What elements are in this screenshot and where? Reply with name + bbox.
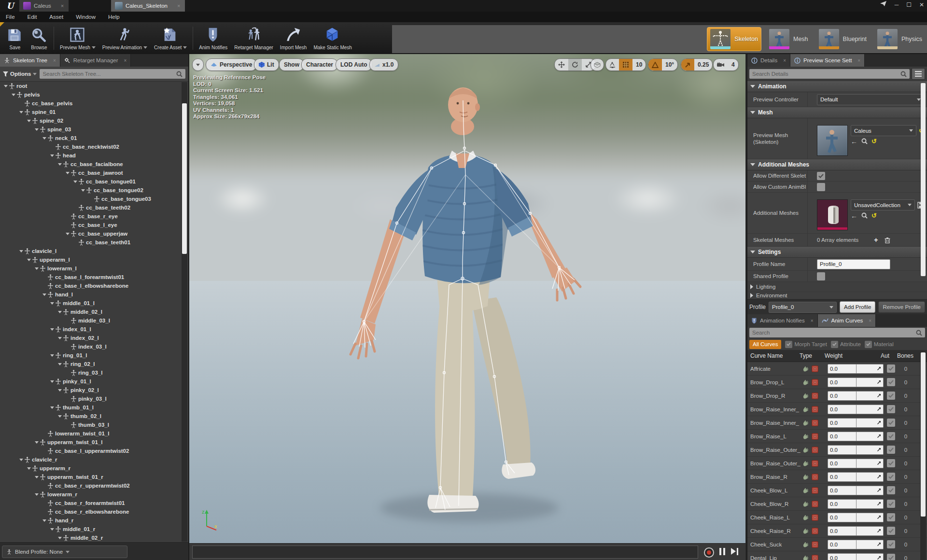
- all-curves-filter-button[interactable]: All Curves: [749, 340, 781, 349]
- bone-row-cc_base_facialbone[interactable]: cc_base_facialbone: [0, 160, 188, 168]
- perspective-dropdown[interactable]: Perspective: [206, 58, 257, 71]
- allow-different-skeletons-checkbox[interactable]: [817, 172, 825, 180]
- curve-row-brow_raise_inner_[interactable]: Brow_Raise_Inner_0.00: [747, 403, 927, 416]
- column-header-type[interactable]: Type: [800, 352, 825, 359]
- remove-profile-button[interactable]: Remove Profile: [878, 301, 925, 313]
- viewport-options-dropdown[interactable]: [192, 58, 204, 71]
- details-scrollbar[interactable]: [920, 81, 926, 318]
- lit-mode-dropdown[interactable]: Lit: [254, 58, 279, 71]
- blend-profile-button[interactable]: Blend Profile: None: [2, 546, 127, 558]
- curve-row-cheek_raise_r[interactable]: Cheek_Raise_R0.00: [747, 524, 927, 538]
- browse-to-asset-icon[interactable]: [861, 138, 868, 144]
- timeline-strip[interactable]: [192, 546, 698, 559]
- curve-weight-expand-box[interactable]: [857, 553, 884, 560]
- section-animation[interactable]: Animation: [747, 81, 927, 92]
- scale-snap-toggle[interactable]: [681, 59, 694, 70]
- bone-row-head[interactable]: head: [0, 151, 188, 160]
- section-mesh[interactable]: Mesh: [747, 107, 927, 118]
- expander-icon[interactable]: [42, 519, 46, 522]
- bone-row-cc_base_necktwist02[interactable]: cc_base_necktwist02: [0, 142, 188, 151]
- expander-icon[interactable]: [58, 337, 62, 339]
- bone-row-spine_02[interactable]: spine_02: [0, 116, 188, 125]
- curve-weight-input[interactable]: 0.0: [828, 405, 857, 414]
- column-header-aut[interactable]: Aut: [881, 352, 897, 359]
- curve-auto-checkbox[interactable]: [887, 419, 895, 427]
- bone-row-cc_base_tongue01[interactable]: cc_base_tongue01: [0, 177, 188, 186]
- expander-icon[interactable]: [42, 137, 46, 140]
- bone-row-cc_base_upperjaw[interactable]: cc_base_upperjaw: [0, 229, 188, 238]
- lighting-category-row[interactable]: Lighting: [747, 282, 927, 292]
- scale-snap-value[interactable]: 0.25: [694, 59, 712, 70]
- curve-weight-input[interactable]: 0.0: [828, 391, 857, 401]
- close-tab-icon[interactable]: ×: [61, 3, 64, 9]
- curve-weight-expand-box[interactable]: [857, 432, 884, 441]
- curve-weight-input[interactable]: 0.0: [828, 553, 857, 560]
- expander-icon[interactable]: [50, 328, 54, 331]
- bone-row-lowerarm_l[interactable]: lowerarm_l: [0, 264, 188, 273]
- bone-row-cc_base_l_upperarmtwist02[interactable]: cc_base_l_upperarmtwist02: [0, 447, 188, 455]
- close-tab-icon[interactable]: ×: [53, 58, 56, 63]
- curve-row-brow_raise_inner_[interactable]: Brow_Raise_Inner_0.00: [747, 416, 927, 430]
- curve-weight-expand-box[interactable]: [857, 445, 884, 455]
- bone-row-clavicle_l[interactable]: clavicle_l: [0, 247, 188, 255]
- bone-row-index_01_l[interactable]: index_01_l: [0, 325, 188, 334]
- expander-icon[interactable]: [50, 354, 54, 357]
- expander-icon[interactable]: [42, 294, 46, 296]
- curve-row-cheek_blow_l[interactable]: Cheek_Blow_L0.00: [747, 484, 927, 497]
- skeleton-tree-search-input[interactable]: Search Skeleton Tree...: [40, 69, 185, 79]
- curve-weight-input[interactable]: 0.0: [828, 364, 857, 374]
- curve-weight-expand-box[interactable]: [857, 364, 884, 374]
- curve-weight-expand-box[interactable]: [857, 405, 884, 414]
- bone-row-middle_03_l[interactable]: middle_03_l: [0, 316, 188, 325]
- bone-row-cc_base_l_eye[interactable]: cc_base_l_eye: [0, 221, 188, 229]
- close-tab-icon[interactable]: ×: [177, 3, 180, 9]
- mode-skeleton-button[interactable]: Skeleton: [707, 27, 761, 51]
- expander-icon[interactable]: [73, 181, 77, 183]
- expander-icon[interactable]: [19, 111, 23, 113]
- curve-auto-checkbox[interactable]: [887, 378, 895, 386]
- lod-auto-dropdown[interactable]: LOD Auto: [336, 58, 372, 71]
- bone-row-middle_01_r[interactable]: middle_01_r: [0, 525, 188, 533]
- mode-physics-button[interactable]: Physics: [874, 28, 925, 51]
- asset-tab-caleus_skeleton[interactable]: Caleus_Skeleton×: [111, 0, 185, 12]
- import-mesh-button[interactable]: Import Mesh: [277, 23, 310, 53]
- column-header-bones[interactable]: Bones: [897, 352, 920, 359]
- bone-row-upperarm_twist_01_l[interactable]: upperarm_twist_01_l: [0, 438, 188, 447]
- bone-row-ring_01_l[interactable]: ring_01_l: [0, 351, 188, 360]
- preview-mesh-button[interactable]: Preview Mesh: [56, 23, 99, 53]
- shared-profile-checkbox[interactable]: [817, 272, 825, 280]
- curve-auto-checkbox[interactable]: [887, 540, 895, 548]
- expander-icon[interactable]: [58, 311, 62, 313]
- bone-row-middle_02_r[interactable]: middle_02_r: [0, 533, 188, 541]
- curve-weight-input[interactable]: 0.0: [828, 513, 857, 522]
- expander-icon[interactable]: [66, 172, 70, 174]
- record-button[interactable]: [704, 547, 714, 558]
- bone-row-neck_01[interactable]: neck_01: [0, 134, 188, 142]
- bone-row-lowerarm_r[interactable]: lowerarm_r: [0, 490, 188, 499]
- move-tool-button[interactable]: [555, 59, 568, 70]
- curve-weight-expand-box[interactable]: [857, 486, 884, 495]
- curve-weight-expand-box[interactable]: [857, 513, 884, 522]
- camera-speed-value[interactable]: 4: [728, 59, 738, 70]
- create-asset-button[interactable]: Create Asset: [151, 23, 190, 53]
- curve-row-brow_raise_r[interactable]: Brow_Raise_R0.00: [747, 470, 927, 484]
- curves-search-input[interactable]: Search: [749, 328, 925, 337]
- rotation-snap-value[interactable]: 10°: [662, 59, 677, 70]
- morph-target-filter[interactable]: Morph Target: [785, 341, 827, 348]
- tab-details[interactable]: Details×: [747, 54, 790, 67]
- step-forward-button[interactable]: [731, 548, 736, 555]
- close-tab-icon[interactable]: ×: [811, 318, 814, 323]
- display-options-button[interactable]: [912, 68, 925, 80]
- bone-row-ring_02_l[interactable]: ring_02_l: [0, 360, 188, 368]
- bone-row-cc_base_r_forearmtwist01[interactable]: cc_base_r_forearmtwist01: [0, 499, 188, 507]
- curve-auto-checkbox[interactable]: [887, 473, 895, 481]
- bone-row-cc_base_teeth02[interactable]: cc_base_teeth02: [0, 203, 188, 212]
- add-profile-button[interactable]: Add Profile: [840, 301, 875, 313]
- curve-row-brow_drop_r[interactable]: Brow_Drop_R0.00: [747, 389, 927, 403]
- expander-icon[interactable]: [66, 233, 70, 235]
- bone-row-spine_03[interactable]: spine_03: [0, 125, 188, 134]
- add-element-icon[interactable]: +: [874, 236, 878, 244]
- curve-row-brow_drop_l[interactable]: Brow_Drop_L0.00: [747, 376, 927, 389]
- send-feedback-icon[interactable]: [880, 1, 887, 8]
- curve-auto-checkbox[interactable]: [887, 486, 895, 494]
